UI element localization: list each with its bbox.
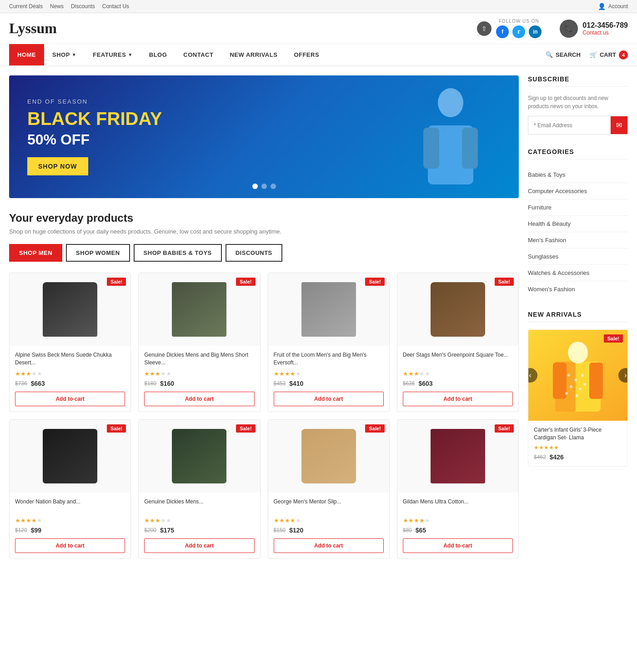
svg-rect-7 xyxy=(553,363,567,399)
add-to-cart-button[interactable]: Add to cart xyxy=(403,392,513,406)
product-rating: ★★★★★ xyxy=(15,517,125,524)
twitter-icon[interactable]: 𝕣 xyxy=(512,25,525,38)
svg-point-0 xyxy=(438,88,463,117)
account-icon: 👤 xyxy=(598,3,606,10)
topbar-link-deals[interactable]: Current Deals xyxy=(9,3,43,10)
search-icon: 🔍 xyxy=(546,51,553,58)
category-item-health[interactable]: Health & Beauty xyxy=(528,216,628,232)
add-to-cart-button[interactable]: Add to cart xyxy=(144,392,254,406)
facebook-icon[interactable]: f xyxy=(496,25,509,38)
price-block: $80 $65 xyxy=(403,527,513,534)
new-arrivals-heading: NEW ARRIVALS xyxy=(528,311,628,322)
shop-women-button[interactable]: SHOP WOMEN xyxy=(66,244,130,262)
product-image-tshirt xyxy=(172,282,226,337)
product-name: Genuine Dickies Mens... xyxy=(144,498,254,514)
nav-item-contact[interactable]: CONTACT xyxy=(175,44,221,65)
nav-right: 🔍 SEARCH 🛒 CART 4 xyxy=(546,50,628,60)
sale-badge: Sale! xyxy=(365,424,384,433)
nav-item-features[interactable]: FEATURES ▼ xyxy=(85,44,141,65)
new-arrivals-section: NEW ARRIVALS Sale! xyxy=(528,311,628,467)
add-to-cart-button[interactable]: Add to cart xyxy=(15,392,125,406)
cart-button[interactable]: 🛒 CART 4 xyxy=(590,50,628,60)
product-rating: ★★★★★ xyxy=(144,517,254,524)
topbar-link-contact[interactable]: Contact Us xyxy=(102,3,129,10)
share-button[interactable]: ⇧ xyxy=(477,21,492,36)
category-item-computer[interactable]: Computer Accessories xyxy=(528,183,628,199)
shop-filter-buttons: SHOP MEN SHOP WOMEN SHOP BABIES & TOYS D… xyxy=(9,244,519,262)
subscribe-description: Sign up to get discounts and new product… xyxy=(528,94,628,110)
price-new: $65 xyxy=(416,527,426,534)
search-button[interactable]: 🔍 SEARCH xyxy=(546,51,581,58)
product-name: George Men's Mentor Slip... xyxy=(274,498,384,514)
add-to-cart-button[interactable]: Add to cart xyxy=(144,538,254,553)
categories-section: CATEGORIES Babies & Toys Computer Access… xyxy=(528,148,628,297)
hero-dot-2[interactable] xyxy=(261,184,267,189)
add-to-cart-button[interactable]: Add to cart xyxy=(403,538,513,553)
section-title: Your everyday products xyxy=(9,212,519,224)
price-old: $453 xyxy=(274,380,286,387)
hero-dot-1[interactable] xyxy=(252,184,258,189)
product-info: Deer Stags Men's Greenpoint Square Toe..… xyxy=(397,346,518,412)
topbar-link-discounts[interactable]: Discounts xyxy=(71,3,95,10)
price-old: $180 xyxy=(144,380,156,387)
linkedin-icon[interactable]: in xyxy=(529,25,542,38)
carousel-next-button[interactable]: › xyxy=(618,368,628,383)
subscribe-section: SUBSCRIBE Sign up to get discounts and n… xyxy=(528,75,628,134)
cart-count: 4 xyxy=(619,50,628,60)
email-input[interactable] xyxy=(528,118,611,133)
category-item-mens[interactable]: Men's Fashion xyxy=(528,232,628,249)
category-item-sunglasses[interactable]: Sunglasses xyxy=(528,249,628,265)
nav-item-offers[interactable]: OFFERS xyxy=(286,44,327,65)
nav-item-new-arrivals[interactable]: NEW ARRIVALS xyxy=(221,44,286,65)
new-arrival-info: Carter's Infant Girls' 3-Piece Cardigan … xyxy=(528,421,627,466)
add-to-cart-button[interactable]: Add to cart xyxy=(274,538,384,553)
shop-dropdown-arrow: ▼ xyxy=(72,52,76,57)
product-info: Alpine Swiss Beck Mens Suede Chukka Dese… xyxy=(10,346,130,412)
price-new: $160 xyxy=(160,380,174,387)
sale-badge: Sale! xyxy=(107,278,126,286)
social-icons: f 𝕣 in xyxy=(496,25,542,38)
sale-badge: Sale! xyxy=(236,278,255,286)
hero-dot-3[interactable] xyxy=(271,184,276,189)
hero-cta-button[interactable]: SHOP NOW xyxy=(27,157,88,175)
product-card: Sale! Alpine Swiss Beck Mens Suede Chukk… xyxy=(9,273,131,412)
product-image-hoodie xyxy=(301,282,356,337)
shop-discounts-button[interactable]: DISCOUNTS xyxy=(226,244,282,262)
new-arrival-name: Carter's Infant Girls' 3-Piece Cardigan … xyxy=(534,426,622,442)
product-rating: ★★★★★ xyxy=(274,370,384,377)
new-arrival-price: $462 $426 xyxy=(534,453,622,461)
price-new: $410 xyxy=(289,380,303,387)
email-submit-button[interactable]: ✉ xyxy=(611,116,627,134)
price-old: $736 xyxy=(15,380,27,387)
nav-item-blog[interactable]: BLOG xyxy=(141,44,176,65)
product-name: Genuine Dickies Mens and Big Mens Short … xyxy=(144,351,254,368)
add-to-cart-button[interactable]: Add to cart xyxy=(15,538,125,553)
cart-icon: 🛒 xyxy=(590,51,597,58)
product-info: George Men's Mentor Slip... ★★★★★ $150 $… xyxy=(268,493,389,558)
account-label: Account xyxy=(608,3,628,10)
product-card: Sale! Fruit of the Loom Men's and Big Me… xyxy=(268,273,390,412)
new-arrival-card: Sale! xyxy=(528,329,628,467)
product-name: Wonder Nation Baby and... xyxy=(15,498,125,514)
product-name: Gildan Mens Ultra Cotton... xyxy=(403,498,513,514)
category-item-babies[interactable]: Babies & Toys xyxy=(528,167,628,183)
content-left: END OF SEASON BLACK FRIDAY 50% OFF SHOP … xyxy=(9,75,519,559)
price-old: $150 xyxy=(274,527,286,533)
product-image-shoes xyxy=(431,282,485,337)
category-item-furniture[interactable]: Furniture xyxy=(528,199,628,216)
shop-babies-button[interactable]: SHOP BABIES & TOYS xyxy=(134,244,222,262)
nav-item-home[interactable]: HOME xyxy=(9,44,44,65)
sale-badge: Sale! xyxy=(107,424,126,433)
shop-men-button[interactable]: SHOP MEN xyxy=(9,244,62,262)
phone-icon: 📞 xyxy=(560,20,578,38)
category-item-watches[interactable]: Watches & Accessories xyxy=(528,265,628,281)
category-item-womens[interactable]: Women's Fashion xyxy=(528,281,628,297)
nav-item-shop[interactable]: SHOP ▼ xyxy=(44,44,85,65)
carousel-prev-button[interactable]: ‹ xyxy=(528,368,537,383)
top-bar-account[interactable]: 👤 Account xyxy=(598,3,628,10)
add-to-cart-button[interactable]: Add to cart xyxy=(274,392,384,406)
svg-point-13 xyxy=(579,388,582,390)
contact-link[interactable]: Contact us xyxy=(582,30,628,36)
topbar-link-news[interactable]: News xyxy=(50,3,64,10)
logo[interactable]: Lyssum xyxy=(9,20,57,37)
